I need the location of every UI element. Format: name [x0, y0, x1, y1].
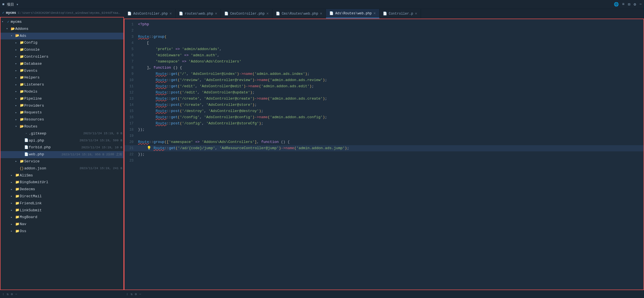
tree-icon-20: 📁: [19, 159, 24, 164]
code-line-6[interactable]: 6 'middleware' => 'admin.auth',: [125, 52, 643, 59]
menu-icon[interactable]: ≡: [622, 2, 624, 7]
tree-label-27: LinkSubmit: [20, 208, 122, 214]
code-line-11[interactable]: 11 Route::get('/edit', 'AdsController@ed…: [125, 83, 643, 89]
project-tree[interactable]: ✓mycms📂Addons📂Ads📁Config📁Console📁Control…: [0, 17, 124, 290]
tree-label-22: AliSms: [20, 173, 122, 179]
code-line-1[interactable]: 1<?php: [125, 21, 643, 28]
tab-controller[interactable]: 📄 Controller.p ×: [379, 9, 421, 18]
sort-icon2[interactable]: ⇅: [6, 292, 8, 296]
code-line-9[interactable]: 9 Route::get('/', 'AdsController@index')…: [125, 71, 643, 77]
tree-icon-29: 📁: [15, 222, 20, 227]
tree-item-15[interactable]: 📂Routes: [1, 123, 123, 130]
code-line-12[interactable]: 12 Route::post('/edit', 'AdsController@u…: [125, 89, 643, 96]
line-content-22: });: [138, 151, 643, 158]
tab-close-cmscontroller[interactable]: ×: [266, 12, 268, 16]
tree-item-30[interactable]: 📁Oss: [1, 228, 123, 235]
tab-close-controller[interactable]: ×: [415, 12, 417, 16]
tab-routesweb[interactable]: 📄 routes\web.php ×: [176, 9, 221, 18]
tree-icon-6: 📁: [19, 62, 24, 66]
tree-item-17[interactable]: 📄api.php2023/11/24 15:19, 599 B: [1, 137, 123, 144]
code-line-3[interactable]: 3Route::group(: [125, 34, 643, 40]
tree-item-8[interactable]: 📁Helpers: [1, 74, 123, 81]
minimize-icon[interactable]: −: [639, 2, 642, 7]
tree-item-10[interactable]: 📁Models: [1, 88, 123, 95]
tree-label-4: Console: [24, 47, 122, 53]
tree-item-26[interactable]: 📁FriendLink: [1, 200, 123, 207]
tree-item-3[interactable]: 📁Config: [1, 39, 123, 46]
code-line-23[interactable]: 23: [125, 158, 643, 164]
tree-arrow: [6, 27, 10, 31]
tree-item-4[interactable]: 📁Console: [1, 46, 123, 53]
tree-item-14[interactable]: 📁Resources: [1, 116, 123, 123]
tree-item-5[interactable]: 📁Controllers: [1, 53, 123, 61]
code-line-20[interactable]: 20Route::group(['namespace' => 'Addons\A…: [125, 139, 643, 145]
code-line-18[interactable]: 18});: [125, 127, 643, 133]
tree-item-13[interactable]: 📁Requests: [1, 109, 123, 116]
tree-item-19[interactable]: 📄web.php2023/11/24 15:19, 956 B 2分钟 之前: [1, 151, 123, 158]
code-line-8[interactable]: 8 ], function () {: [125, 65, 643, 71]
line-number-20: 20: [125, 139, 138, 145]
tab-cmsroutesweb[interactable]: 📄 Cms\Routes\web.php ×: [272, 9, 326, 18]
tree-item-27[interactable]: 📁LinkSubmit: [1, 207, 123, 214]
tree-item-16[interactable]: ·.gitkeep2023/11/24 15:19, 0 B: [1, 130, 123, 137]
tab-cmscontroller[interactable]: 📄 CmsController.php ×: [221, 9, 272, 18]
tab-close-routesweb[interactable]: ×: [215, 12, 217, 16]
code-line-19[interactable]: 19: [125, 133, 643, 139]
tree-item-0[interactable]: ✓mycms: [1, 19, 123, 26]
minus-icon-sidebar[interactable]: −: [15, 292, 17, 296]
settings-icon-sidebar[interactable]: ⚙: [11, 292, 13, 296]
tab-adscontroller[interactable]: 📄 AdsController.php ×: [124, 9, 176, 18]
tab-adsroutesweb[interactable]: 📄 Ads\Routes\web.php ×: [326, 9, 379, 18]
split-icon[interactable]: ⊟: [628, 2, 630, 7]
tree-item-2[interactable]: 📂Ads: [1, 33, 123, 40]
tree-arrow: [15, 89, 19, 94]
tree-item-21[interactable]: {}addon.json2023/11/24 15:19, 241 B: [1, 165, 123, 172]
settings-icon-bottom[interactable]: ⚙: [135, 292, 137, 296]
tab-close-cmsroutesweb[interactable]: ×: [320, 12, 322, 16]
tree-icon-9: 📁: [19, 83, 24, 87]
tree-item-23[interactable]: 📁BingSubmitUrl: [1, 179, 123, 186]
tree-label-3: Config: [24, 40, 122, 46]
sort-icon-bottom[interactable]: ↕: [126, 292, 128, 296]
code-line-21[interactable]: 21 💡 Route::get('/ad/{code}/jump', 'AdRe…: [125, 145, 643, 151]
line-number-9: 9: [125, 71, 138, 77]
settings-icon[interactable]: ⚙: [634, 2, 636, 7]
minus-icon-bottom[interactable]: −: [139, 292, 141, 296]
code-line-14[interactable]: 14 Route::post('/create', 'AdsController…: [125, 102, 643, 108]
tree-item-18[interactable]: 📄forbid.php2023/11/24 15:19, 10 B: [1, 144, 123, 151]
tab-close-adscontroller[interactable]: ×: [169, 12, 172, 16]
code-line-2[interactable]: 2: [125, 28, 643, 34]
tree-icon-10: 📁: [19, 89, 24, 94]
code-line-5[interactable]: 5 'prefix' => 'admin/addon/ads',: [125, 46, 643, 52]
editor-area: 1<?php23Route::group(4 [5 'prefix' => 'a…: [124, 19, 644, 290]
line-content-17: Route::post('/config', 'AdsController@st…: [138, 120, 643, 127]
tree-item-1[interactable]: 📂Addons: [1, 26, 123, 33]
tab-close-adsroutesweb[interactable]: ×: [374, 11, 376, 16]
tree-item-20[interactable]: 📁Service: [1, 158, 123, 165]
code-line-16[interactable]: 16 Route::get('/config', 'AdsController@…: [125, 114, 643, 120]
tree-item-12[interactable]: 📁Providers: [1, 102, 123, 109]
dropdown-arrow[interactable]: ▾: [16, 2, 19, 7]
tree-item-7[interactable]: 📁Events: [1, 68, 123, 75]
globe-icon[interactable]: 🌐: [614, 2, 619, 7]
sort-icon[interactable]: ↕: [2, 292, 4, 296]
tree-item-11[interactable]: 📁Pipeline: [1, 95, 123, 102]
tree-item-24[interactable]: 📁Dedecms: [1, 186, 123, 193]
tree-item-28[interactable]: 📁MsgBoard: [1, 214, 123, 221]
tree-item-29[interactable]: 📁Nav: [1, 221, 123, 228]
tree-item-9[interactable]: 📁Listeners: [1, 81, 123, 88]
tree-item-25[interactable]: 📁DirectMail: [1, 193, 123, 200]
tree-item-22[interactable]: 📁AliSms: [1, 172, 123, 179]
tree-label-7: Events: [24, 68, 122, 74]
sort-icon-bottom2[interactable]: ⇅: [130, 292, 132, 296]
code-line-7[interactable]: 7 'namespace' => 'Addons\Ads\Controllers…: [125, 59, 643, 65]
tree-icon-28: 📁: [15, 215, 20, 220]
code-line-15[interactable]: 15 Route::post('/destroy', 'AdsControlle…: [125, 108, 643, 114]
code-line-22[interactable]: 22});: [125, 151, 643, 158]
tree-item-6[interactable]: 📁Database: [1, 61, 123, 68]
code-container[interactable]: 1<?php23Route::group(4 [5 'prefix' => 'a…: [124, 19, 644, 290]
code-line-4[interactable]: 4 [: [125, 40, 643, 46]
code-line-13[interactable]: 13 Route::get('/create', 'AdsController@…: [125, 96, 643, 102]
code-line-17[interactable]: 17 Route::post('/config', 'AdsController…: [125, 120, 643, 127]
code-line-10[interactable]: 10 Route::get('/review', 'AdsController@…: [125, 77, 643, 83]
